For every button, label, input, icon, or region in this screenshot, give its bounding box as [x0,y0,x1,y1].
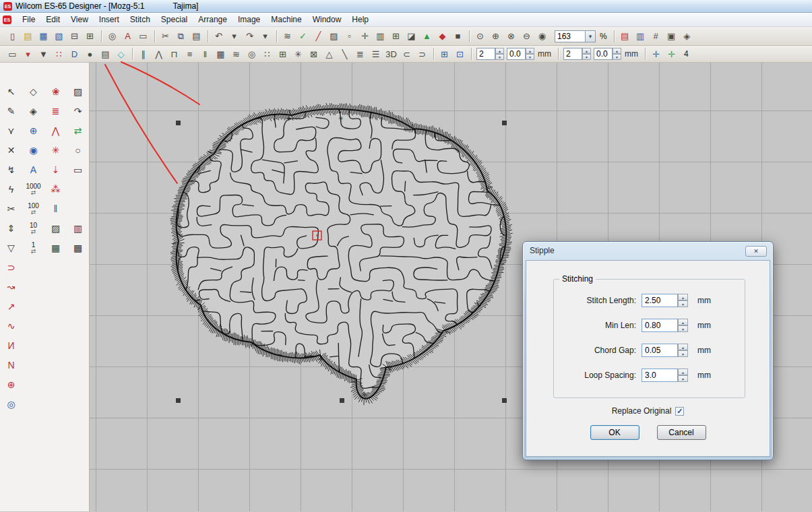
run-stitch-icon[interactable]: ⇣ [47,162,65,177]
menu-help[interactable]: Help [346,13,374,26]
menu-window[interactable]: Window [307,13,347,26]
polygon-icon[interactable]: ◈ [25,104,42,119]
spin-down-button[interactable]: ▼ [678,375,688,382]
applique-icon[interactable]: ◆ [435,29,449,43]
stipple-dots-icon[interactable]: ∷ [52,47,66,61]
curve-icon[interactable]: ↷ [69,104,87,119]
nudge-1000[interactable]: 1000⇄ [24,182,44,197]
rectangle-icon[interactable]: ▭ [69,162,87,177]
import-icon[interactable]: ▧ [52,29,66,43]
lattice-icon[interactable]: ⊞ [276,47,290,61]
menu-insert[interactable]: Insert [94,13,125,26]
hoop-icon[interactable]: ◎ [105,29,119,43]
stitch-length-input[interactable] [642,294,678,307]
design-notes-icon[interactable]: ▭ [136,29,150,43]
spin-up-button[interactable]: ▲ [678,369,688,375]
knife-icon[interactable]: ✕ [3,143,20,158]
zigzag-icon[interactable]: ⋀ [152,47,166,61]
loop-spacing-input[interactable] [642,369,678,382]
stepper-buttons[interactable]: ▲▼ [495,48,504,60]
target-ring-icon[interactable]: ⊕ [3,377,20,392]
zoom-input[interactable] [555,30,586,42]
window-menu-icon[interactable]: ES [3,15,11,24]
stepper-buttons[interactable]: ▲▼ [582,48,591,60]
menu-view[interactable]: View [65,13,94,26]
fill-table-icon[interactable]: ⊞ [389,29,403,43]
copy-icon[interactable]: ⧉ [174,29,188,43]
e-stitch-icon[interactable]: ⊓ [167,47,181,61]
menu-file[interactable]: File [17,13,40,26]
outline-dash-icon[interactable]: ▫ [342,29,356,43]
drop-shape-icon[interactable]: ◉ [25,143,42,158]
cancel-button[interactable]: Cancel [657,425,706,440]
paste-icon[interactable]: ▤ [189,29,204,43]
block-b-icon[interactable]: ▩ [69,241,87,255]
bars-icon[interactable]: ‖ [198,47,212,61]
stepper-offset-a-input[interactable] [476,48,495,60]
squiggle-run-icon[interactable]: ∿ [3,319,20,333]
nudge-10[interactable]: 10⇄ [24,221,44,236]
dialog-title-bar[interactable]: Stipple [523,242,773,259]
stitch-generate-icon[interactable]: ≋ [280,29,294,43]
block-a-icon[interactable]: ▥ [69,221,87,236]
outline-object-icon[interactable]: ▭ [5,47,20,61]
spin-down-button[interactable]: ▼ [678,300,688,307]
stepper-buttons[interactable]: ▲▼ [526,48,534,60]
spin-down-button[interactable]: ▼ [678,350,688,357]
shade-fill-icon[interactable]: ▦ [47,241,65,255]
ellipse-icon[interactable]: ○ [69,143,87,158]
lettering-tool-icon[interactable]: A [25,162,42,177]
stipple-icon[interactable]: ▤ [98,47,113,61]
motif-fill-icon[interactable]: ▦ [214,47,228,61]
print-icon[interactable]: ⊟ [67,29,82,43]
ok-button[interactable]: OK [590,425,639,440]
center-design-icon[interactable]: ✛ [664,47,679,61]
cross-stitch-icon[interactable]: ∷ [260,47,274,61]
scissors-icon[interactable]: ✂ [3,201,20,216]
nudge-1[interactable]: 1⇄ [24,241,44,255]
stepper-length-b-input[interactable] [594,48,613,60]
n-stitch-icon[interactable]: И [3,338,20,353]
move-design-icon[interactable]: ✛ [649,47,663,61]
spin-up-button[interactable]: ▲ [678,319,688,325]
nudge-100[interactable]: 100⇄ [24,201,44,216]
zoom-combo[interactable]: ▾ [555,30,596,42]
branch-icon[interactable]: ⋎ [3,123,20,138]
contour-icon[interactable]: ≋ [229,47,243,61]
updown-icon[interactable]: ⇕ [3,221,20,236]
stitch-angle-icon[interactable]: ↯ [3,162,20,177]
power-icon[interactable]: ϟ [3,182,20,197]
mirror-icon[interactable]: ⇄ [69,123,87,138]
chord-gap-input[interactable] [642,344,678,357]
sphere-icon[interactable]: ● [83,47,97,61]
stepper-length-a-input[interactable] [507,48,526,60]
fill-green-icon[interactable]: ▲ [420,29,434,43]
mesh-fill-icon[interactable]: ▨ [47,221,65,236]
stepper-offset-b-input[interactable] [563,48,582,60]
pillars-icon[interactable]: ‖ [47,201,65,216]
menu-special[interactable]: Special [156,13,193,26]
effects-3d-icon[interactable]: 3D [384,47,398,61]
flower-icon[interactable]: ❀ [47,84,65,99]
design-d-icon[interactable]: D [67,47,82,61]
lettering-icon[interactable]: A [121,29,135,43]
zoom-dropdown-icon[interactable]: ▾ [586,30,596,42]
stepper-buttons[interactable]: ▲▼ [613,48,621,60]
title-bar[interactable]: ES Wilcom ES-65 Designer - [Mozg-5:1 Taj… [0,0,812,13]
curve-right-icon[interactable]: ⊃ [415,47,429,61]
wave-run-icon[interactable]: ↝ [3,280,20,294]
satin-column-icon[interactable]: ≣ [47,104,65,119]
process-icon[interactable]: ✓ [296,29,310,43]
menu-stitch[interactable]: Stitch [125,13,156,26]
digitize-icon[interactable]: ✛ [358,29,372,43]
dense-fill-icon[interactable]: ≣ [353,47,367,61]
triple-run-icon[interactable]: ⁂ [47,182,65,197]
jump-stitch-icon[interactable]: ↗ [3,299,20,314]
solid-icon[interactable]: ■ [451,29,465,43]
dialog-close-button[interactable]: ✕ [745,246,767,257]
globe-icon[interactable]: ⊕ [25,123,42,138]
color-film-icon[interactable]: ▤ [618,29,632,43]
zoom-out-icon[interactable]: ⊖ [520,29,534,43]
motif-run-icon[interactable]: ✳ [47,143,65,158]
dropdown-icon[interactable]: ▼ [36,47,51,61]
